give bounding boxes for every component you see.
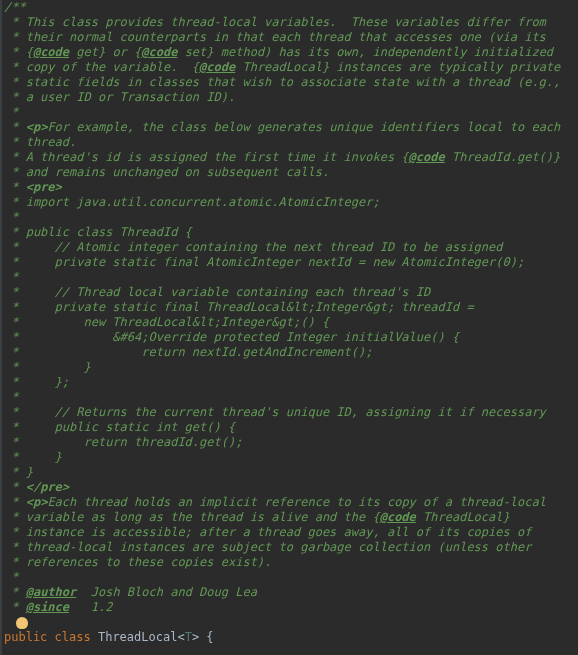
doc-line: * // Returns the current thread's unique…	[4, 405, 578, 420]
doc-line: * and remains unchanged on subsequent ca…	[4, 165, 578, 180]
type-parameter: T	[185, 630, 192, 644]
doc-line: * return threadId.get();	[4, 435, 578, 450]
javadoc-block: /** * This class provides thread-local v…	[4, 0, 578, 615]
doc-line: * @since 1.2	[4, 600, 578, 615]
lightbulb-icon[interactable]	[16, 617, 28, 629]
html-pre-tag: <pre>	[26, 180, 62, 194]
doc-line: * private static final AtomicInteger nex…	[4, 255, 578, 270]
doc-line: * public class ThreadId {	[4, 225, 578, 240]
html-pre-close-tag: </pre>	[26, 480, 69, 494]
doc-line: /**	[4, 0, 578, 15]
doc-line: * their normal counterparts in that each…	[4, 30, 578, 45]
doc-line: * thread.	[4, 135, 578, 150]
doc-line: *	[4, 105, 578, 120]
class-declaration: public class ThreadLocal<T> {	[4, 630, 578, 645]
doc-line: * import java.util.concurrent.atomic.Ato…	[4, 195, 578, 210]
doc-line: * }	[4, 450, 578, 465]
html-p-tag: <p>	[26, 120, 48, 134]
doc-line: * private static final ThreadLocal&lt;In…	[4, 300, 578, 315]
doc-line: * return nextId.getAndIncrement();	[4, 345, 578, 360]
doc-line: * <pre>	[4, 180, 578, 195]
doc-line: * a user ID or Transaction ID).	[4, 90, 578, 105]
doc-line: * copy of the variable. {@code ThreadLoc…	[4, 60, 578, 75]
doc-line: * public static int get() {	[4, 420, 578, 435]
javadoc-code-tag: @code	[33, 45, 69, 59]
doc-line: * instance is accessible; after a thread…	[4, 525, 578, 540]
doc-line: * </pre>	[4, 480, 578, 495]
doc-line: * static fields in classes that wish to …	[4, 75, 578, 90]
doc-line: * thread-local instances are subject to …	[4, 540, 578, 555]
doc-line: * variable as long as the thread is aliv…	[4, 510, 578, 525]
javadoc-code-tag: @code	[380, 510, 416, 524]
doc-line: * };	[4, 375, 578, 390]
javadoc-since-tag: @since	[26, 600, 69, 614]
javadoc-code-tag: @code	[141, 45, 177, 59]
javadoc-code-tag: @code	[409, 150, 445, 164]
keyword-public: public	[4, 630, 55, 644]
doc-line: *	[4, 270, 578, 285]
doc-line: * references to these copies exist).	[4, 555, 578, 570]
doc-line: * A thread's id is assigned the first ti…	[4, 150, 578, 165]
javadoc-code-tag: @code	[199, 60, 235, 74]
doc-line: *	[4, 390, 578, 405]
doc-line: * <p>Each thread holds an implicit refer…	[4, 495, 578, 510]
class-name: ThreadLocal	[98, 630, 177, 644]
doc-line: * }	[4, 465, 578, 480]
doc-line: *	[4, 210, 578, 225]
doc-line: * }	[4, 360, 578, 375]
javadoc-author-tag: @author	[26, 585, 77, 599]
html-p-tag: <p>	[26, 495, 48, 509]
doc-line: * {@code get} or {@code set} method) has…	[4, 45, 578, 60]
doc-line: *	[4, 570, 578, 585]
intention-bulb-line	[4, 615, 578, 630]
doc-line: * This class provides thread-local varia…	[4, 15, 578, 30]
doc-line: * // Atomic integer containing the next …	[4, 240, 578, 255]
doc-line: * <p>For example, the class below genera…	[4, 120, 578, 135]
doc-line: * &#64;Override protected Integer initia…	[4, 330, 578, 345]
doc-line: * @author Josh Bloch and Doug Lea	[4, 585, 578, 600]
doc-line: * new ThreadLocal&lt;Integer&gt;() {	[4, 315, 578, 330]
doc-line: * // Thread local variable containing ea…	[4, 285, 578, 300]
keyword-class: class	[55, 630, 98, 644]
